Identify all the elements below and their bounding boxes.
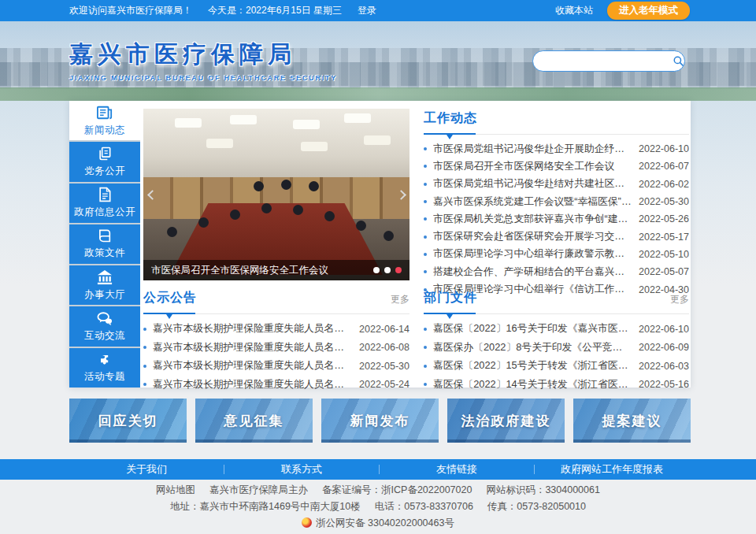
fax-text: 传真：0573-82050010: [487, 501, 586, 512]
newspaper-icon: [96, 105, 113, 121]
sidebar-item-interaction[interactable]: 互动交流: [69, 306, 140, 346]
news-item[interactable]: 市医保局机关党总支部获评嘉兴市争创“建设清廉机...2022-05-26: [424, 210, 689, 228]
news-item[interactable]: 搭建校企合作、产学研相结合的平台嘉兴市长期护理...2022-05-07: [424, 263, 689, 280]
news-item[interactable]: 市医保研究会赴省医保研究会开展学习交流活动2022-05-17: [424, 228, 689, 245]
news-item[interactable]: 市医保局召开全市医保网络安全工作会议2022-06-07: [424, 158, 689, 175]
banner-opinion-collection[interactable]: 意见征集: [195, 399, 313, 443]
bullet-icon: [424, 235, 427, 239]
carousel-photo-person: [309, 181, 319, 191]
footer-link-about[interactable]: 关于我们: [69, 462, 224, 477]
carousel-photo-lights: [175, 118, 202, 128]
more-link[interactable]: 更多: [670, 293, 689, 306]
carousel-prev-button[interactable]: [145, 184, 159, 206]
banner-news-release[interactable]: 新闻发布: [321, 399, 439, 443]
security-text[interactable]: 浙公网安备 33040202000463号: [316, 517, 454, 528]
section-work-dynamics: 工作动态 市医保局党组书记冯俊华赴企开展助企纾困活动2022-06-10 市医保…: [424, 110, 689, 299]
login-link[interactable]: 登录: [358, 4, 376, 17]
search-input[interactable]: [533, 56, 673, 67]
bullet-icon: [424, 270, 427, 273]
footer-nav: 关于我们 联系方式 友情链接 政府网站工作年度报表: [0, 459, 756, 480]
today-date: 今天是：2022年6月15日 星期三: [208, 4, 342, 17]
elder-mode-button[interactable]: 进入老年模式: [607, 2, 690, 20]
footer-line-1: 网站地图嘉兴市医疗保障局主办备案证编号：浙ICP备2022007020网站标识码…: [0, 482, 756, 499]
site-code-text: 网站标识码：3304000061: [486, 484, 600, 495]
carousel-caption-bar: 市医保局召开全市医保网络安全工作会议: [143, 260, 410, 280]
news-item[interactable]: 市医保局党组书记冯俊华赴企开展助企纾困活动2022-06-10: [424, 140, 689, 158]
more-link[interactable]: 更多: [391, 293, 410, 306]
news-item[interactable]: 嘉兴市医保系统党建工作会议暨“幸福医保”党建联...2022-05-30: [424, 193, 689, 210]
security-badge-icon: [302, 517, 312, 528]
banner-proposals[interactable]: 提案建议: [573, 399, 691, 443]
footer-link-contact[interactable]: 联系方式: [224, 462, 379, 477]
news-item[interactable]: 嘉兴市本级长期护理保险重度失能人员名单公示（2...2022-06-14: [143, 320, 410, 339]
news-item[interactable]: 嘉医保〔2022〕16号关于印发《嘉兴市医疗保...2022-06-10: [424, 320, 689, 339]
sidebar-item-label: 互动交流: [84, 329, 125, 343]
pages-icon: [97, 146, 113, 161]
news-item[interactable]: 嘉兴市本级长期护理保险重度失能人员名单公示（2...2022-06-08: [143, 339, 410, 358]
carousel-dot[interactable]: [395, 267, 402, 273]
bullet-icon: [424, 183, 427, 186]
carousel-dot[interactable]: [373, 267, 380, 273]
search-icon[interactable]: [673, 55, 684, 67]
sidebar-item-label: 活动专题: [84, 370, 125, 384]
news-item[interactable]: 市医保局党组书记冯俊华赴结对共建社区指导全国文...2022-06-02: [424, 176, 689, 193]
sidebar-item-party-affairs[interactable]: 党务公开: [69, 142, 140, 181]
page: 欢迎访问嘉兴市医疗保障局！ 今天是：2022年6月15日 星期三 登录 收藏本站…: [0, 0, 756, 534]
carousel-photo-person: [324, 211, 335, 221]
document-icon: [98, 187, 112, 202]
section-department-documents: 部门文件 更多 嘉医保〔2022〕16号关于印发《嘉兴市医疗保...2022-0…: [424, 290, 689, 394]
carousel-photo-person: [167, 227, 177, 237]
section-public-notices: 公示公告 更多 嘉兴市本级长期护理保险重度失能人员名单公示（2...2022-0…: [143, 290, 410, 394]
sidebar-item-label: 政府信息公开: [74, 206, 135, 219]
bullet-icon: [143, 383, 146, 386]
book-icon: [97, 228, 113, 243]
section-header: 部门文件 更多: [424, 290, 689, 314]
bullet-icon: [424, 253, 427, 256]
bullet-icon: [424, 147, 427, 150]
sidebar-item-news[interactable]: 新闻动态: [69, 101, 140, 140]
sidebar-item-label: 政策文件: [84, 247, 125, 260]
footer-link-friendly-links[interactable]: 友情链接: [380, 462, 534, 477]
sidebar-item-special-topics[interactable]: 活动专题: [69, 348, 140, 388]
main-content-card: 新闻动态 党务公开 政府信息公开 政策文件: [69, 101, 691, 388]
carousel-dots: [373, 267, 402, 273]
news-item[interactable]: 嘉医保〔2022〕14号关于转发《浙江省医疗保...2022-05-16: [424, 376, 689, 395]
news-item[interactable]: 嘉医保〔2022〕15号关于转发《浙江省医疗保...2022-06-03: [424, 357, 689, 376]
carousel-caption[interactable]: 市医保局召开全市医保网络安全工作会议: [151, 264, 373, 277]
bullet-icon: [143, 328, 146, 331]
sidebar-item-service-hall[interactable]: 办事大厅: [69, 265, 140, 305]
address-text: 地址：嘉兴市中环南路1469号中南大厦10楼: [170, 501, 361, 512]
section-header: 公示公告 更多: [143, 290, 410, 314]
carousel-photo-person: [384, 231, 394, 241]
news-item[interactable]: 嘉兴市本级长期护理保险重度失能人员名单公示（2...2022-05-24: [143, 376, 410, 395]
section-title[interactable]: 部门文件: [424, 290, 477, 306]
news-item[interactable]: 市医保局理论学习中心组举行廉政警示教育专题学习...2022-05-10: [424, 246, 689, 263]
header-photo-river: [0, 87, 756, 101]
banner-respond-concerns[interactable]: 回应关切: [69, 399, 187, 443]
site-logo[interactable]: 嘉兴市医疗保障局 JIAXING MUNICIPAL BUREAU OF HEA…: [69, 39, 337, 82]
news-item[interactable]: 嘉医保办〔2022〕8号关于印发《公平竞争审查...2022-06-09: [424, 339, 689, 358]
banner-rule-of-law[interactable]: 法治政府建设: [447, 399, 565, 443]
news-carousel[interactable]: 市医保局召开全市医保网络安全工作会议: [143, 109, 410, 280]
bullet-icon: [424, 217, 427, 221]
carousel-next-button[interactable]: [394, 184, 408, 206]
sidebar-item-gov-info[interactable]: 政府信息公开: [69, 184, 140, 223]
sidebar: 新闻动态 党务公开 政府信息公开 政策文件: [69, 101, 140, 388]
bullet-icon: [143, 346, 146, 349]
section-title[interactable]: 公示公告: [143, 290, 197, 306]
section-title[interactable]: 工作动态: [424, 110, 477, 127]
carousel-photo-person: [281, 180, 291, 190]
search-box[interactable]: [532, 50, 685, 72]
footer-link-annual-report[interactable]: 政府网站工作年度报表: [535, 462, 689, 477]
welcome-text: 欢迎访问嘉兴市医疗保障局！: [69, 4, 192, 17]
bullet-icon: [424, 328, 427, 331]
section-header: 工作动态: [424, 110, 689, 135]
chat-bubbles-icon: [96, 311, 113, 326]
favorite-link[interactable]: 收藏本站: [555, 4, 593, 17]
sidebar-item-policy-files[interactable]: 政策文件: [69, 224, 140, 264]
news-item[interactable]: 嘉兴市本级长期护理保险重度失能人员名单公示（2...2022-05-30: [143, 357, 410, 376]
bullet-icon: [424, 200, 427, 203]
sitemap-link[interactable]: 网站地图: [156, 484, 195, 495]
carousel-photo-person: [293, 205, 303, 215]
carousel-dot[interactable]: [384, 267, 391, 273]
